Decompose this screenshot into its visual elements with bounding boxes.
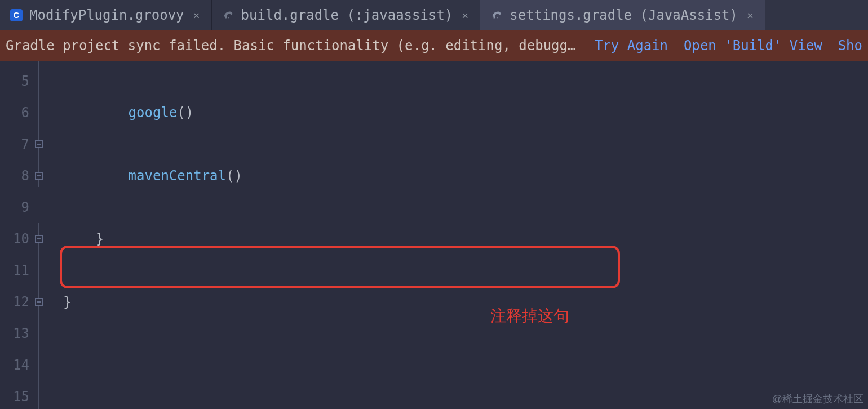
line-number: 15 xyxy=(0,381,54,409)
tab-label: build.gradle (:javaassist) xyxy=(241,7,453,23)
code-line: } xyxy=(54,223,868,255)
code-line: google() xyxy=(54,97,868,128)
line-number: 6 xyxy=(0,97,54,128)
tab-settings-gradle[interactable]: settings.gradle (JavaAssist) × xyxy=(480,0,765,30)
close-icon[interactable]: × xyxy=(191,8,202,22)
tab-build-gradle[interactable]: build.gradle (:javaassist) × xyxy=(212,0,481,30)
code-area[interactable]: google() mavenCentral() } } dependencyRe… xyxy=(54,61,868,409)
line-number: 13 xyxy=(0,318,54,349)
line-number: 8 xyxy=(0,160,54,192)
groovy-class-icon: C xyxy=(10,9,23,21)
show-log-link[interactable]: Sho xyxy=(838,38,862,54)
close-icon[interactable]: × xyxy=(459,8,471,22)
code-editor[interactable]: 5 6 7 8 9 10 11 12 13 14 15 google() mav… xyxy=(0,61,868,409)
line-number: 9 xyxy=(0,192,54,223)
line-number: 7 xyxy=(0,128,54,160)
sync-failed-banner: Gradle project sync failed. Basic functi… xyxy=(0,30,868,61)
code-line: } xyxy=(54,286,868,318)
line-number: 11 xyxy=(0,255,54,286)
gradle-icon xyxy=(222,9,234,21)
open-build-view-link[interactable]: Open 'Build' View xyxy=(684,38,822,54)
line-number: 10 xyxy=(0,223,54,255)
fold-end-icon[interactable] xyxy=(35,172,43,180)
close-icon[interactable]: × xyxy=(745,8,756,22)
watermark: @稀土掘金技术社区 xyxy=(772,392,863,406)
editor-tabs: C ModifyPlugin.groovy × build.gradle (:j… xyxy=(0,0,868,30)
code-line xyxy=(54,349,868,381)
try-again-link[interactable]: Try Again xyxy=(595,38,668,54)
line-number: 14 xyxy=(0,349,54,381)
fold-end-icon[interactable] xyxy=(35,140,43,148)
tab-label: ModifyPlugin.groovy xyxy=(29,7,184,23)
fold-start-icon[interactable] xyxy=(35,298,43,306)
line-number: 12 xyxy=(0,286,54,318)
tab-modifyplugin[interactable]: C ModifyPlugin.groovy × xyxy=(0,0,212,30)
code-line: mavenCentral() xyxy=(54,160,868,192)
gutter: 5 6 7 8 9 10 11 12 13 14 15 xyxy=(0,61,54,409)
line-number: 5 xyxy=(0,65,54,97)
banner-message: Gradle project sync failed. Basic functi… xyxy=(6,38,579,54)
gradle-icon xyxy=(490,9,503,21)
fold-start-icon[interactable] xyxy=(35,235,43,243)
tab-label: settings.gradle (JavaAssist) xyxy=(510,7,738,23)
